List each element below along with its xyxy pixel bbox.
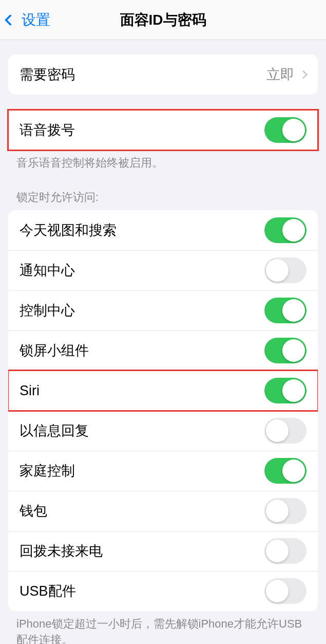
usb-accessories-label: USB配件 xyxy=(20,582,264,600)
allow-access-group: 今天视图和搜索 通知中心 控制中心 锁屏小组件 Siri 以信息回复 家庭控制 xyxy=(8,210,318,611)
home-control-row: 家庭控制 xyxy=(8,451,318,491)
voice-dial-group: 语音拨号 xyxy=(8,110,318,150)
notification-center-label: 通知中心 xyxy=(20,261,264,280)
lock-screen-widgets-label: 锁屏小组件 xyxy=(20,341,264,360)
wallet-label: 钱包 xyxy=(20,502,264,520)
chevron-left-icon xyxy=(5,14,16,26)
wallet-toggle[interactable] xyxy=(264,498,306,524)
siri-toggle[interactable] xyxy=(264,378,306,403)
require-passcode-value: 立即 xyxy=(266,65,294,84)
toggle-knob xyxy=(282,219,305,242)
toggle-knob xyxy=(282,299,305,322)
toggle-knob xyxy=(266,419,289,442)
wallet-row: 钱包 xyxy=(8,491,318,531)
toggle-knob xyxy=(266,580,289,602)
reply-with-message-row: 以信息回复 xyxy=(8,411,318,451)
voice-dial-toggle[interactable] xyxy=(264,117,306,143)
navigation-bar: 设置 面容ID与密码 xyxy=(0,0,326,40)
back-label: 设置 xyxy=(22,10,50,30)
reply-with-message-toggle[interactable] xyxy=(264,418,306,444)
page-title: 面容ID与密码 xyxy=(120,10,206,30)
return-missed-calls-toggle[interactable] xyxy=(264,538,306,564)
require-passcode-row[interactable]: 需要密码 立即 xyxy=(8,54,318,95)
lock-screen-widgets-toggle[interactable] xyxy=(264,338,306,363)
usb-accessories-toggle[interactable] xyxy=(264,578,306,604)
reply-with-message-label: 以信息回复 xyxy=(20,421,264,440)
voice-dial-row: 语音拨号 xyxy=(8,110,318,150)
back-button[interactable]: 设置 xyxy=(0,10,50,30)
require-passcode-label: 需要密码 xyxy=(20,65,266,84)
voice-dial-label: 语音拨号 xyxy=(20,121,264,139)
usb-accessories-row: USB配件 xyxy=(8,571,318,611)
home-control-toggle[interactable] xyxy=(264,458,306,484)
notification-center-toggle[interactable] xyxy=(264,257,306,283)
toggle-knob xyxy=(266,259,289,282)
control-center-toggle[interactable] xyxy=(264,298,306,323)
toggle-knob xyxy=(282,379,305,402)
voice-dial-footer: 音乐语音控制将始终被启用。 xyxy=(0,150,326,171)
require-passcode-group: 需要密码 立即 xyxy=(8,54,318,95)
usb-footer: iPhone锁定超过一小时后，需先解锁iPhone才能允许USB配件连接。 xyxy=(0,611,326,644)
today-view-row: 今天视图和搜索 xyxy=(8,210,318,250)
toggle-knob xyxy=(282,119,305,141)
siri-label: Siri xyxy=(20,383,264,399)
return-missed-calls-label: 回拨未接来电 xyxy=(20,542,264,560)
control-center-row: 控制中心 xyxy=(8,290,318,330)
lock-screen-widgets-row: 锁屏小组件 xyxy=(8,330,318,371)
toggle-knob xyxy=(266,540,289,562)
siri-row: Siri xyxy=(8,371,318,411)
toggle-knob xyxy=(266,500,289,522)
toggle-knob xyxy=(282,459,305,482)
toggle-knob xyxy=(282,339,305,362)
today-view-label: 今天视图和搜索 xyxy=(20,221,264,240)
today-view-toggle[interactable] xyxy=(264,217,306,243)
chevron-right-icon xyxy=(299,70,308,79)
home-control-label: 家庭控制 xyxy=(20,462,264,480)
notification-center-row: 通知中心 xyxy=(8,250,318,290)
return-missed-calls-row: 回拨未接来电 xyxy=(8,531,318,571)
control-center-label: 控制中心 xyxy=(20,301,264,320)
allow-access-header: 锁定时允许访问: xyxy=(0,171,326,210)
